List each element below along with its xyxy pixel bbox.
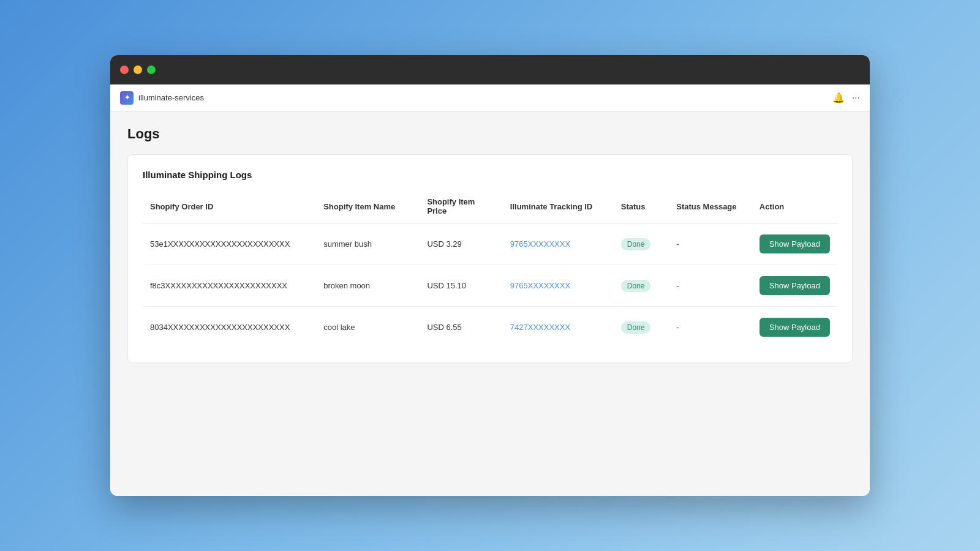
item-name-cell: summer bush bbox=[316, 223, 420, 265]
order-id-cell: f8c3XXXXXXXXXXXXXXXXXXXXXXX bbox=[143, 265, 316, 307]
col-header-status-message: Status Message bbox=[669, 192, 752, 223]
app-window: ✦ illuminate-services 🔔 ··· Logs Illumin… bbox=[110, 55, 870, 496]
logs-table: Shopify Order ID Shopify Item Name Shopi… bbox=[143, 192, 837, 348]
status-message-cell: - bbox=[669, 223, 752, 265]
tracking-link[interactable]: 9765XXXXXXXX bbox=[510, 281, 570, 290]
titlebar bbox=[110, 55, 870, 84]
order-id-cell: 8034XXXXXXXXXXXXXXXXXXXXXXX bbox=[143, 307, 316, 348]
logs-card: Illuminate Shipping Logs Shopify Order I… bbox=[127, 154, 853, 363]
table-row: 53e1XXXXXXXXXXXXXXXXXXXXXXX summer bush … bbox=[143, 223, 837, 265]
traffic-lights bbox=[120, 66, 156, 74]
action-cell: Show Payload bbox=[752, 265, 837, 307]
more-options-icon[interactable]: ··· bbox=[852, 92, 860, 103]
app-name-label: illuminate-services bbox=[138, 93, 204, 102]
show-payload-button[interactable]: Show Payload bbox=[760, 276, 830, 295]
status-message-cell: - bbox=[669, 307, 752, 348]
toolbar-right: 🔔 ··· bbox=[832, 92, 860, 103]
show-payload-button[interactable]: Show Payload bbox=[760, 318, 830, 337]
status-cell: Done bbox=[614, 223, 669, 265]
tracking-id-cell: 9765XXXXXXXX bbox=[503, 265, 614, 307]
status-badge: Done bbox=[621, 280, 651, 292]
item-price-cell: USD 15.10 bbox=[420, 265, 502, 307]
action-cell: Show Payload bbox=[752, 223, 837, 265]
minimize-button[interactable] bbox=[134, 66, 142, 74]
item-price-cell: USD 6.55 bbox=[420, 307, 502, 348]
status-cell: Done bbox=[614, 307, 669, 348]
table-header-row: Shopify Order ID Shopify Item Name Shopi… bbox=[143, 192, 837, 223]
item-name-cell: broken moon bbox=[316, 265, 420, 307]
item-price-cell: USD 3.29 bbox=[420, 223, 502, 265]
card-title: Illuminate Shipping Logs bbox=[143, 170, 837, 180]
maximize-button[interactable] bbox=[147, 66, 156, 74]
col-header-tracking: Illuminate Tracking ID bbox=[503, 192, 614, 223]
toolbar-left: ✦ illuminate-services bbox=[120, 91, 204, 105]
main-content: Logs Illuminate Shipping Logs Shopify Or… bbox=[110, 111, 870, 496]
tracking-id-cell: 9765XXXXXXXX bbox=[503, 223, 614, 265]
col-header-item-name: Shopify Item Name bbox=[316, 192, 420, 223]
app-icon: ✦ bbox=[120, 91, 134, 105]
tracking-link[interactable]: 9765XXXXXXXX bbox=[510, 239, 570, 249]
col-header-status: Status bbox=[614, 192, 669, 223]
tracking-id-cell: 7427XXXXXXXX bbox=[503, 307, 614, 348]
status-badge: Done bbox=[621, 321, 651, 334]
item-name-cell: cool lake bbox=[316, 307, 420, 348]
order-id-cell: 53e1XXXXXXXXXXXXXXXXXXXXXXX bbox=[143, 223, 316, 265]
bell-icon[interactable]: 🔔 bbox=[832, 92, 845, 103]
col-header-order-id: Shopify Order ID bbox=[143, 192, 316, 223]
page-title: Logs bbox=[127, 126, 853, 142]
status-message-cell: - bbox=[669, 265, 752, 307]
toolbar: ✦ illuminate-services 🔔 ··· bbox=[110, 84, 870, 111]
table-row: 8034XXXXXXXXXXXXXXXXXXXXXXX cool lake US… bbox=[143, 307, 837, 348]
close-button[interactable] bbox=[120, 66, 129, 74]
status-badge: Done bbox=[621, 238, 651, 250]
action-cell: Show Payload bbox=[752, 307, 837, 348]
table-row: f8c3XXXXXXXXXXXXXXXXXXXXXXX broken moon … bbox=[143, 265, 837, 307]
show-payload-button[interactable]: Show Payload bbox=[760, 234, 830, 253]
status-cell: Done bbox=[614, 265, 669, 307]
col-header-price: Shopify Item Price bbox=[420, 192, 502, 223]
col-header-action: Action bbox=[752, 192, 837, 223]
tracking-link[interactable]: 7427XXXXXXXX bbox=[510, 323, 570, 332]
